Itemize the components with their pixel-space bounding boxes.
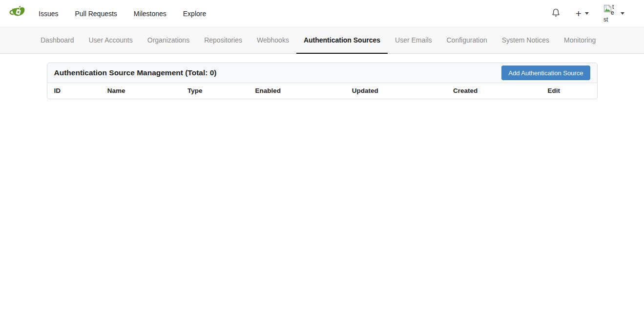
nav-item-explore[interactable]: Explore — [175, 0, 214, 27]
column-header-updated: Updated — [345, 83, 446, 99]
panel-header: Authentication Source Management (Total:… — [47, 63, 597, 83]
tab-user-accounts[interactable]: User Accounts — [82, 27, 140, 54]
nav-item-milestones[interactable]: Milestones — [125, 0, 175, 27]
auth-source-panel: Authentication Source Management (Total:… — [47, 63, 598, 99]
column-header-name: Name — [101, 83, 181, 99]
gitea-logo-icon — [9, 5, 26, 22]
column-header-enabled: Enabled — [249, 83, 345, 99]
column-header-edit: Edit — [541, 83, 597, 99]
auth-sources-table: ID Name Type Enabled Updated Created Edi… — [47, 83, 597, 99]
column-header-type: Type — [181, 83, 248, 99]
column-header-created: Created — [446, 83, 541, 99]
tab-user-emails[interactable]: User Emails — [388, 27, 439, 54]
avatar-alt-fragment: e — [611, 9, 614, 16]
tab-system-notices[interactable]: System Notices — [495, 27, 557, 54]
user-menu-dropdown[interactable]: t e st — [596, 0, 632, 27]
tab-organizations[interactable]: Organizations — [140, 27, 197, 54]
add-authentication-source-button[interactable]: Add Authentication Source — [501, 65, 590, 80]
bell-icon — [551, 7, 561, 20]
chevron-down-icon — [585, 12, 589, 15]
chevron-down-icon — [621, 12, 624, 15]
gitea-logo[interactable] — [9, 5, 26, 22]
nav-item-issues[interactable]: Issues — [30, 0, 66, 27]
tab-dashboard[interactable]: Dashboard — [33, 27, 82, 54]
column-header-id: ID — [47, 83, 101, 99]
navbar-right-cluster: + t e st — [543, 0, 632, 27]
create-new-dropdown[interactable]: + — [568, 0, 596, 27]
tab-configuration[interactable]: Configuration — [439, 27, 495, 54]
page-title: Authentication Source Management (Total:… — [54, 68, 217, 77]
avatar-alt-fragment: st — [603, 16, 608, 23]
table-header-row: ID Name Type Enabled Updated Created Edi… — [47, 83, 597, 99]
avatar: t e st — [603, 4, 617, 23]
tab-webhooks[interactable]: Webhooks — [249, 27, 296, 54]
admin-tab-bar: Dashboard User Accounts Organizations Re… — [0, 27, 644, 54]
tab-authentication-sources[interactable]: Authentication Sources — [296, 27, 388, 54]
plus-icon: + — [576, 8, 582, 19]
tab-monitoring[interactable]: Monitoring — [557, 27, 603, 54]
notifications-button[interactable] — [543, 0, 568, 27]
tab-repositories[interactable]: Repositories — [197, 27, 249, 54]
nav-item-pull-requests[interactable]: Pull Requests — [66, 0, 125, 27]
main-content: Authentication Source Management (Total:… — [0, 54, 644, 99]
top-navbar: Issues Pull Requests Milestones Explore … — [0, 0, 644, 27]
